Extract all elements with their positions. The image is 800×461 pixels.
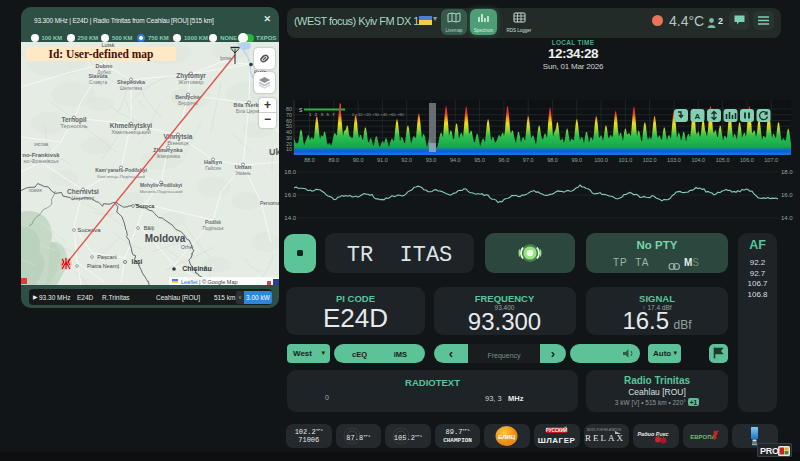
svg-text:14.0: 14.0 <box>284 215 296 221</box>
svg-text:Berdychiv: Berdychiv <box>175 94 201 100</box>
svg-text:60: 60 <box>286 118 292 124</box>
svg-text:Pașcani: Pașcani <box>97 254 117 260</box>
svg-text:40: 40 <box>286 129 292 135</box>
svg-text:100.0: 100.0 <box>594 157 608 163</box>
svg-text:Slavuta: Slavuta <box>89 73 108 79</box>
svg-text:99.0: 99.0 <box>571 157 582 163</box>
svg-text:Радио Рокс: Радио Рокс <box>638 431 669 437</box>
svg-text:90.0: 90.0 <box>353 157 364 163</box>
svg-text:95.0: 95.0 <box>474 157 485 163</box>
svg-text:ломия: ломия <box>28 188 42 193</box>
svg-text:Жмеринка: Жмеринка <box>156 154 180 159</box>
svg-text:50: 50 <box>286 123 292 129</box>
svg-text:107.0: 107.0 <box>764 157 778 163</box>
svg-text:Умань: Умань <box>235 170 251 176</box>
svg-text:ЕВРОПА: ЕВРОПА <box>690 434 716 440</box>
svg-text:Chernivtsi: Chernivtsi <box>67 188 99 195</box>
svg-text:Ukra: Ukra <box>269 147 279 157</box>
svg-text:Подільськ: Подільськ <box>203 226 224 231</box>
svg-text:104.0: 104.0 <box>691 157 705 163</box>
svg-text:Pervomaisk: Pervomaisk <box>260 200 279 206</box>
svg-text:БЛИЦ: БЛИЦ <box>498 434 516 440</box>
svg-text:106.0: 106.0 <box>740 157 754 163</box>
svg-text:| © Google Map: | © Google Map <box>199 279 238 285</box>
svg-text:80: 80 <box>286 106 292 112</box>
svg-text:20: 20 <box>286 141 292 147</box>
svg-text:Piatra Neamț: Piatra Neamț <box>87 263 120 269</box>
svg-text:Славута: Славута <box>89 80 108 85</box>
svg-text:Suceava: Suceava <box>77 227 101 233</box>
svg-text:105.0: 105.0 <box>716 157 730 163</box>
svg-text:RELAX: RELAX <box>585 433 625 443</box>
svg-text:Id: User-defined map: Id: User-defined map <box>49 48 154 61</box>
svg-text:102.0: 102.0 <box>643 157 657 163</box>
svg-text:Чернівці: Чернівці <box>72 195 95 201</box>
svg-text:16.0: 16.0 <box>284 192 296 198</box>
svg-text:Orhei: Orhei <box>181 244 193 250</box>
svg-text:Dubno: Dubno <box>96 63 114 69</box>
svg-text:Chișinău: Chișinău <box>182 265 212 273</box>
svg-text:101.0: 101.0 <box>619 157 633 163</box>
svg-text:18.0: 18.0 <box>781 169 793 175</box>
svg-text:Leaflet: Leaflet <box>181 279 198 285</box>
svg-text:1 2 3 5 7: 1 2 3 5 7 <box>309 112 335 117</box>
svg-text:MUSIC FOR RELAXATION: MUSIC FOR RELAXATION <box>587 428 621 432</box>
svg-text:0 ×10 ×20 ×30 ×40 ×60 ×80: 0 ×10 ×20 ×30 ×40 ×60 ×80 <box>352 112 405 117</box>
svg-text:Soroca: Soroca <box>136 203 156 209</box>
svg-text:94.0: 94.0 <box>450 157 461 163</box>
svg-text:зяслав: зяслав <box>34 142 49 147</box>
svg-text:Bălți: Bălți <box>144 225 155 231</box>
svg-text:Moldova: Moldova <box>145 233 186 244</box>
svg-text:92.0: 92.0 <box>401 157 412 163</box>
svg-text:Iași: Iași <box>132 258 143 266</box>
svg-text:103.0: 103.0 <box>667 157 681 163</box>
svg-text:Podilsk: Podilsk <box>205 219 222 225</box>
svg-text:A: A <box>695 112 701 121</box>
svg-text:Shepetivka: Shepetivka <box>117 79 145 85</box>
svg-text:РУССКИЙ: РУССКИЙ <box>546 426 567 433</box>
svg-text:Тернопіль: Тернопіль <box>60 123 87 129</box>
svg-text:Haisyn: Haisyn <box>204 159 223 165</box>
svg-text:10: 10 <box>286 146 292 152</box>
svg-text:98.0: 98.0 <box>547 157 558 163</box>
svg-text:Могилів-Подільський: Могилів-Подільський <box>140 189 183 194</box>
svg-text:70: 70 <box>286 112 292 118</box>
svg-text:16.0: 16.0 <box>781 192 793 198</box>
svg-text:18.0: 18.0 <box>284 169 296 175</box>
svg-text:93.0: 93.0 <box>426 157 437 163</box>
svg-text:Хмельницький: Хмельницький <box>111 129 151 135</box>
svg-text:Житомир: Житомир <box>178 79 204 85</box>
svg-text:Mohyliv-Podilskyi: Mohyliv-Podilskyi <box>140 182 183 188</box>
svg-text:ШЛАГЕР: ШЛАГЕР <box>538 436 576 445</box>
svg-text:Гайсин: Гайсин <box>205 165 221 171</box>
svg-text:14.0: 14.0 <box>781 215 793 221</box>
svg-text:30: 30 <box>286 135 292 141</box>
svg-text:Вінниця: Вінниця <box>167 140 189 146</box>
svg-text:89.0: 89.0 <box>328 157 339 163</box>
svg-text:но-Франківськ: но-Франківськ <box>23 158 59 164</box>
svg-text:Шепетівка: Шепетівка <box>120 86 143 91</box>
svg-text:91.0: 91.0 <box>377 157 388 163</box>
svg-text:97.0: 97.0 <box>523 157 534 163</box>
svg-text:96.0: 96.0 <box>499 157 510 163</box>
svg-text:88.0: 88.0 <box>304 157 315 163</box>
